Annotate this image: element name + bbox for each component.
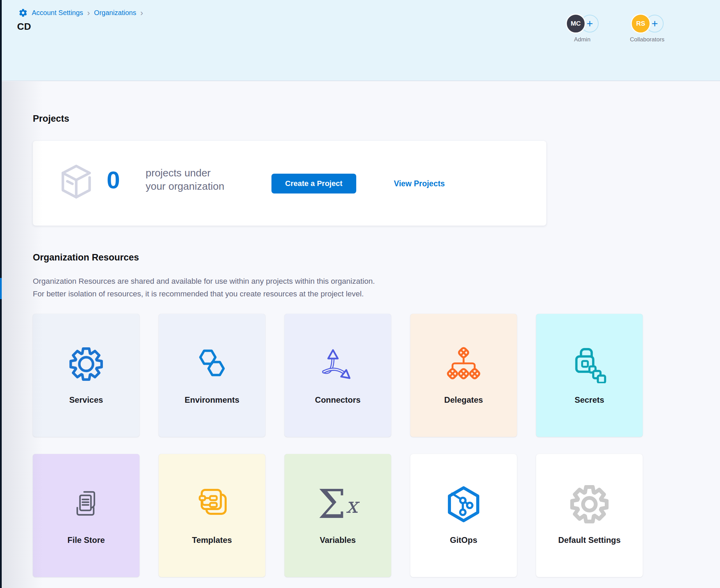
resource-card-label: File Store [33, 535, 139, 545]
resource-grid: Services Environments Connectors [33, 314, 643, 577]
git-hexagon-icon [410, 484, 517, 524]
breadcrumb-separator: › [141, 10, 143, 16]
resource-card-gitops[interactable]: GitOps [410, 454, 517, 577]
gear-icon [33, 344, 139, 384]
lock-icon [536, 344, 643, 384]
collaborator-avatar[interactable]: RS [631, 14, 651, 34]
resource-card-secrets[interactable]: Secrets [536, 314, 643, 437]
resource-card-label: Variables [284, 535, 391, 545]
resource-card-label: Services [33, 395, 139, 405]
hexagons-icon [159, 344, 265, 384]
projects-summary-card: 0 projects under your organization Creat… [33, 141, 546, 226]
resource-card-label: Secrets [536, 395, 643, 405]
collaborators-group: RS + Collaborators [622, 14, 673, 43]
resource-card-services[interactable]: Services [33, 314, 139, 437]
page-title: CD [17, 21, 31, 32]
resource-card-label: Default Settings [536, 535, 643, 545]
project-count-caption: projects under your organization [146, 166, 224, 193]
delegates-tree-icon [410, 344, 517, 384]
breadcrumb-account-settings[interactable]: Account Settings [32, 9, 83, 17]
breadcrumb-organizations[interactable]: Organizations [94, 9, 136, 17]
admin-group: MC + Admin [562, 14, 602, 43]
curved-arrows-icon [284, 344, 391, 384]
cube-icon [59, 164, 93, 202]
admin-avatar[interactable]: MC [566, 14, 586, 34]
resource-card-label: Environments [159, 395, 265, 405]
project-count: 0 [107, 168, 120, 192]
documents-tray-icon [33, 484, 139, 524]
sidebar-active-indicator [0, 278, 2, 299]
create-project-button[interactable]: Create a Project [271, 174, 356, 193]
page-header: Account Settings › Organizations › CD MC… [0, 0, 720, 81]
resource-card-label: Connectors [284, 395, 391, 405]
resource-card-variables[interactable]: Σx Variables [284, 454, 391, 577]
admin-label: Admin [574, 36, 590, 43]
resource-card-connectors[interactable]: Connectors [284, 314, 391, 437]
view-projects-link[interactable]: View Projects [394, 179, 445, 188]
resource-card-label: GitOps [410, 535, 517, 545]
collapsed-sidebar-edge [0, 0, 2, 588]
collaborators-label: Collaborators [630, 36, 664, 43]
breadcrumb: Account Settings › Organizations › [18, 8, 143, 17]
resource-card-label: Templates [159, 535, 265, 545]
resource-card-default-settings[interactable]: Default Settings [536, 454, 643, 577]
breadcrumb-separator: › [87, 10, 90, 16]
resource-card-delegates[interactable]: Delegates [410, 314, 517, 437]
template-stack-icon [159, 484, 265, 524]
resource-card-file-store[interactable]: File Store [33, 454, 139, 577]
org-resources-heading: Organization Resources [33, 252, 139, 263]
settings-gear-icon [18, 8, 28, 17]
projects-heading: Projects [33, 113, 69, 124]
resource-card-environments[interactable]: Environments [159, 314, 265, 437]
org-resources-description: Organization Resources are shared and av… [33, 275, 375, 300]
resource-card-label: Delegates [410, 395, 517, 405]
sigma-icon: Σx [284, 484, 391, 524]
resource-card-templates[interactable]: Templates [159, 454, 265, 577]
gear-gray-icon [536, 484, 643, 524]
